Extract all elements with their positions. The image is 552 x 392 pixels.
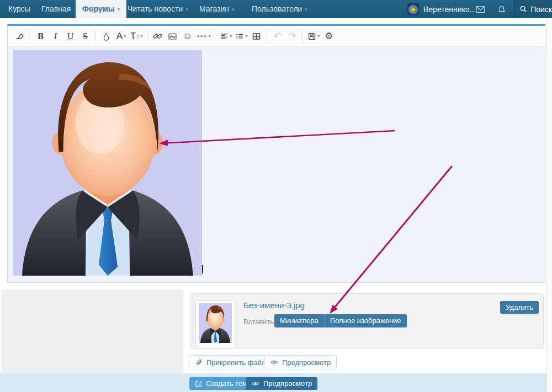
avatar [407, 3, 419, 15]
insert-button-group: Миниатюра Полное изображение [274, 314, 407, 327]
toolbar-separator [215, 30, 215, 43]
undo-button[interactable]: ↶ [270, 29, 285, 44]
align-left-icon [220, 32, 229, 40]
italic-button[interactable]: I [48, 29, 63, 44]
businessman-image [13, 50, 202, 276]
compose-icon [195, 380, 203, 388]
toolbar-separator [95, 30, 96, 43]
paperclip-icon [195, 358, 203, 367]
table-button[interactable] [249, 29, 264, 44]
insert-thumbnail-button[interactable]: Миниатюра [274, 314, 324, 327]
emoticon-button[interactable]: ☺ [180, 29, 195, 44]
insert-image-button[interactable] [165, 29, 180, 44]
underline-button[interactable]: U [63, 29, 78, 44]
text-color-button[interactable] [99, 29, 114, 44]
toolbar-separator [302, 30, 303, 43]
link-icon [153, 31, 162, 41]
more-options-button[interactable]: ···▾ [195, 29, 212, 44]
more-glyph: ··· [197, 31, 207, 41]
attachment-thumbnail-image [199, 303, 232, 343]
bottom-action-bar: Создать тему Предпросмотр [0, 373, 546, 392]
preview-button[interactable]: Предпросмотр [264, 355, 337, 369]
nav-item-courses[interactable]: Курсы [8, 0, 30, 18]
nav-item-store[interactable]: Магазин▾ [199, 0, 235, 18]
font-color-glyph: A [116, 31, 123, 42]
footer-preview-button[interactable]: Предпросмотр [246, 377, 317, 390]
font-size-glyph: T [130, 31, 136, 42]
search-button[interactable]: Поиск [513, 0, 552, 18]
droplet-icon [102, 32, 110, 41]
settings-button[interactable]: ⚙ [321, 29, 336, 44]
save-icon [307, 32, 316, 41]
attachment-filename[interactable]: Без-имени-3.jpg [243, 300, 305, 310]
font-color-button[interactable]: A▾ [114, 29, 129, 44]
editor-content-area[interactable] [8, 47, 545, 283]
form-left-area [1, 289, 183, 373]
nav-item-home[interactable]: Главная [41, 0, 71, 18]
chevron-down-icon: ▾ [317, 34, 320, 39]
bell-icon [497, 5, 506, 14]
link-button[interactable] [150, 29, 165, 44]
envelope-icon [476, 6, 485, 13]
messages-button[interactable] [476, 0, 485, 18]
toolbar-separator [267, 30, 267, 43]
nav-item-forums[interactable]: Форумы▾ [76, 0, 126, 18]
chevron-down-icon: ▾ [230, 34, 232, 39]
list-button[interactable]: ▾ [233, 29, 249, 44]
eye-icon [251, 380, 260, 388]
chevron-down-icon: ▾ [305, 7, 307, 12]
nav-item-users-label: Пользователи [252, 4, 302, 13]
font-size-button[interactable]: T↕▾ [129, 29, 144, 44]
nav-item-news[interactable]: Читать новости▾ [128, 0, 188, 18]
footer-preview-label: Предпросмотр [263, 379, 312, 388]
nav-item-users[interactable]: Пользователи▾ [252, 0, 307, 18]
top-nav: Курсы Главная Форумы▾ Читать новости▾ Ма… [0, 0, 552, 18]
nav-item-news-label: Читать новости [128, 4, 183, 13]
delete-attachment-button[interactable]: Удалить [500, 301, 539, 314]
toolbar-separator [147, 30, 147, 43]
attach-files-label: Прикрепить файлы [206, 358, 271, 367]
chevron-down-icon: ▾ [140, 34, 142, 39]
chevron-down-icon: ▾ [118, 7, 120, 12]
nav-item-forums-label: Форумы [82, 4, 115, 13]
text-cursor [202, 265, 203, 273]
chevron-down-icon: ▾ [185, 7, 188, 12]
create-topic-label: Создать тему [206, 379, 251, 388]
strikethrough-button[interactable]: S [78, 29, 93, 44]
search-label: Поиск [530, 5, 552, 14]
eraser-icon [15, 31, 24, 41]
toolbar-separator [30, 30, 30, 43]
preview-label: Предпросмотр [282, 358, 331, 367]
insert-full-image-button[interactable]: Полное изображение [324, 314, 407, 327]
search-icon [519, 5, 527, 13]
attachment-thumbnail[interactable] [195, 300, 235, 346]
insert-label: Вставить: [243, 316, 276, 328]
username: Веретеннико... [423, 5, 476, 14]
notifications-button[interactable] [497, 0, 506, 18]
editor-toolbar: B I U S A▾ T↕▾ ☺ ···▾ [8, 26, 545, 47]
align-button[interactable]: ▾ [218, 29, 233, 44]
nav-item-store-label: Магазин [199, 4, 229, 13]
updown-arrow-icon: ↕ [136, 33, 139, 39]
chevron-down-icon: ▾ [208, 34, 210, 39]
eye-icon [270, 358, 279, 366]
bold-button[interactable]: B [33, 29, 48, 44]
remove-format-button[interactable] [12, 29, 27, 44]
rich-text-editor: B I U S A▾ T↕▾ ☺ ···▾ [7, 24, 545, 283]
inserted-image-businessman[interactable] [13, 50, 202, 276]
table-icon [252, 32, 261, 41]
chevron-down-icon: ▾ [232, 7, 235, 12]
user-menu[interactable]: Веретеннико... [407, 0, 476, 18]
scrollbar[interactable] [546, 18, 552, 392]
image-icon [168, 32, 177, 41]
chevron-down-icon: ▾ [124, 34, 126, 39]
bullet-list-icon [235, 32, 244, 40]
attachment-row: Без-имени-3.jpg Вставить: Миниатюра Полн… [190, 293, 544, 349]
page: Курсы Главная Форумы▾ Читать новости▾ Ма… [0, 0, 552, 392]
redo-button[interactable]: ↷ [285, 29, 300, 44]
save-draft-button[interactable]: ▾ [306, 29, 321, 44]
chevron-down-icon: ▾ [245, 34, 247, 39]
